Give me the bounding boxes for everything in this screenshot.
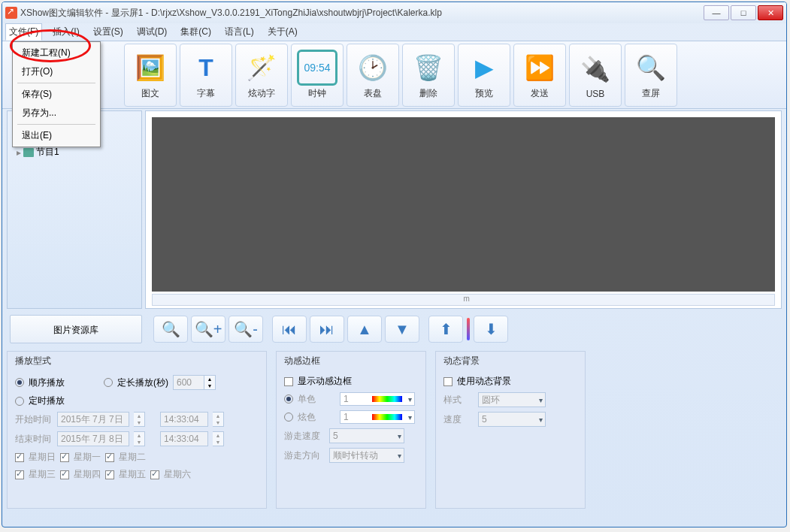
menu-debug[interactable]: 调试(D) bbox=[134, 24, 171, 40]
label-solid: 单色 bbox=[298, 393, 316, 406]
window-title: XShow图文编辑软件 - 显示屏1 - D:\rjxz\Xshow_V3.0.… bbox=[20, 7, 442, 20]
end-time-spinner[interactable]: ▲▼ bbox=[213, 431, 224, 446]
horizontal-scrollbar[interactable] bbox=[152, 294, 775, 306]
chk-use-bg[interactable] bbox=[443, 377, 453, 386]
menu-settings[interactable]: 设置(S) bbox=[90, 24, 126, 40]
walk-speed-select[interactable]: 5 bbox=[329, 428, 404, 443]
maximize-button[interactable]: □ bbox=[731, 5, 756, 20]
toolbar: 🖼️图文 T字幕 🪄炫动字 09:54时钟 🕑表盘 🗑️删除 ▶预览 ⏩发送 🔌… bbox=[2, 41, 786, 109]
chk-fri[interactable] bbox=[105, 470, 114, 479]
end-time-input[interactable] bbox=[160, 431, 208, 446]
tool-find-screen[interactable]: 🔍查屏 bbox=[625, 44, 677, 107]
end-date-spinner[interactable]: ▲▼ bbox=[134, 431, 145, 446]
chk-mon[interactable] bbox=[60, 453, 69, 462]
label-fri: 星期五 bbox=[119, 468, 146, 481]
chk-show-border[interactable] bbox=[284, 377, 293, 386]
first-button[interactable]: ⏮ bbox=[272, 316, 307, 343]
menu-item-exit[interactable]: 退出(E) bbox=[14, 126, 98, 145]
tool-dial-label: 表盘 bbox=[364, 87, 382, 100]
solid-color-select[interactable]: 1 bbox=[340, 392, 415, 406]
zoom-in-button[interactable]: 🔍+ bbox=[191, 316, 225, 343]
menu-about[interactable]: 关于(A) bbox=[265, 24, 301, 40]
group-play-legend: 播放型式 bbox=[15, 355, 259, 367]
tool-delete[interactable]: 🗑️删除 bbox=[402, 44, 455, 107]
tool-image-text-label: 图文 bbox=[141, 87, 159, 100]
label-mon: 星期一 bbox=[74, 451, 101, 464]
menu-item-save[interactable]: 保存(S) bbox=[14, 85, 98, 104]
menu-separator bbox=[17, 83, 95, 83]
label-walk-speed: 游走速度 bbox=[284, 430, 325, 443]
chk-sun[interactable] bbox=[15, 453, 24, 462]
radio-fixed-play[interactable] bbox=[104, 378, 113, 387]
start-date-input[interactable] bbox=[57, 412, 129, 427]
menu-item-saveas[interactable]: 另存为... bbox=[14, 104, 98, 122]
walk-dir-select[interactable]: 顺时针转动 bbox=[329, 448, 404, 463]
tool-anim-text-label: 炫动字 bbox=[248, 87, 275, 100]
start-time-spinner[interactable]: ▲▼ bbox=[213, 412, 224, 427]
menubar: 文件(F) 插入(I) 设置(S) 调试(D) 集群(C) 语言(L) 关于(A… bbox=[2, 23, 786, 41]
menu-file[interactable]: 文件(F) bbox=[5, 23, 42, 41]
move-down-button[interactable]: ⬇ bbox=[474, 316, 508, 343]
group-play-type: 播放型式 顺序播放 定长播放(秒) ▲▼ 定时播放 开始时间 ▲▼ ▲▼ 结束时… bbox=[7, 351, 267, 509]
tool-send[interactable]: ⏩发送 bbox=[513, 44, 566, 107]
tool-image-text[interactable]: 🖼️图文 bbox=[124, 44, 177, 107]
menu-cluster[interactable]: 集群(C) bbox=[177, 24, 214, 40]
chk-sat[interactable] bbox=[150, 470, 159, 479]
clock-digits: 09:54 bbox=[304, 62, 330, 74]
app-window: XShow图文编辑软件 - 显示屏1 - D:\rjxz\Xshow_V3.0.… bbox=[2, 2, 787, 527]
menu-language[interactable]: 语言(L) bbox=[222, 24, 257, 40]
shrink-top-button[interactable]: ▲ bbox=[347, 316, 382, 343]
close-button[interactable]: ✕ bbox=[758, 5, 783, 20]
end-date-input[interactable] bbox=[57, 431, 129, 446]
tool-anim-text[interactable]: 🪄炫动字 bbox=[235, 44, 288, 107]
chk-thu[interactable] bbox=[60, 470, 69, 479]
label-walk-dir: 游走方向 bbox=[284, 449, 325, 462]
group-border: 动感边框 显示动感边框 单色1 炫色1 游走速度5 游走方向顺时针转动 bbox=[276, 351, 426, 509]
zoom-reset-button[interactable]: 🔍 bbox=[153, 316, 188, 343]
move-up-button[interactable]: ⬆ bbox=[428, 316, 463, 343]
label-sat: 星期六 bbox=[164, 468, 191, 481]
group-border-legend: 动感边框 bbox=[284, 355, 418, 367]
radio-solid-color[interactable] bbox=[284, 394, 293, 404]
image-library-button[interactable]: 图片资源库 bbox=[10, 315, 142, 343]
last-button[interactable]: ⏭ bbox=[310, 316, 344, 343]
tool-preview[interactable]: ▶预览 bbox=[458, 44, 510, 107]
chk-wed[interactable] bbox=[15, 470, 24, 479]
menu-item-new[interactable]: 新建工程(N) bbox=[14, 44, 98, 62]
canvas-area bbox=[145, 110, 782, 309]
minimize-button[interactable]: — bbox=[704, 5, 729, 20]
radio-glow-color[interactable] bbox=[284, 413, 293, 422]
tree-item-label: 节目1 bbox=[36, 146, 59, 159]
glow-color-select[interactable]: 1 bbox=[340, 410, 415, 424]
tool-dial[interactable]: 🕑表盘 bbox=[347, 44, 399, 107]
fixed-duration-input[interactable] bbox=[173, 375, 204, 390]
label-glow: 炫色 bbox=[298, 411, 316, 424]
radio-timed-play[interactable] bbox=[15, 397, 24, 406]
tool-clock[interactable]: 09:54时钟 bbox=[291, 44, 344, 107]
program-icon bbox=[23, 148, 34, 157]
menu-separator bbox=[17, 124, 95, 125]
label-start-time: 开始时间 bbox=[15, 413, 53, 426]
label-thu: 星期四 bbox=[74, 468, 101, 481]
label-show-border: 显示动感边框 bbox=[298, 375, 352, 388]
bg-style-select[interactable]: 圆环 bbox=[478, 392, 546, 407]
start-date-spinner[interactable]: ▲▼ bbox=[134, 412, 145, 427]
menu-item-open[interactable]: 打开(O) bbox=[14, 62, 98, 81]
zoom-out-button[interactable]: 🔍- bbox=[229, 316, 263, 343]
fixed-duration-spinner[interactable]: ▲▼ bbox=[204, 375, 216, 390]
label-bg-speed: 速度 bbox=[443, 413, 474, 426]
shrink-bottom-button[interactable]: ▼ bbox=[385, 316, 419, 343]
tool-send-label: 发送 bbox=[531, 87, 549, 100]
tool-subtitle[interactable]: T字幕 bbox=[180, 44, 232, 107]
tool-subtitle-label: 字幕 bbox=[197, 87, 215, 100]
bg-speed-select[interactable]: 5 bbox=[478, 412, 546, 427]
chk-tue[interactable] bbox=[105, 453, 114, 462]
app-icon bbox=[5, 7, 17, 19]
start-time-input[interactable] bbox=[160, 412, 208, 427]
radio-order-play[interactable] bbox=[15, 378, 24, 387]
menu-insert[interactable]: 插入(I) bbox=[50, 24, 82, 40]
tool-preview-label: 预览 bbox=[475, 87, 493, 100]
tool-usb[interactable]: 🔌USB bbox=[569, 44, 622, 107]
label-sun: 星期日 bbox=[29, 451, 56, 464]
canvas-viewport[interactable] bbox=[152, 117, 775, 292]
